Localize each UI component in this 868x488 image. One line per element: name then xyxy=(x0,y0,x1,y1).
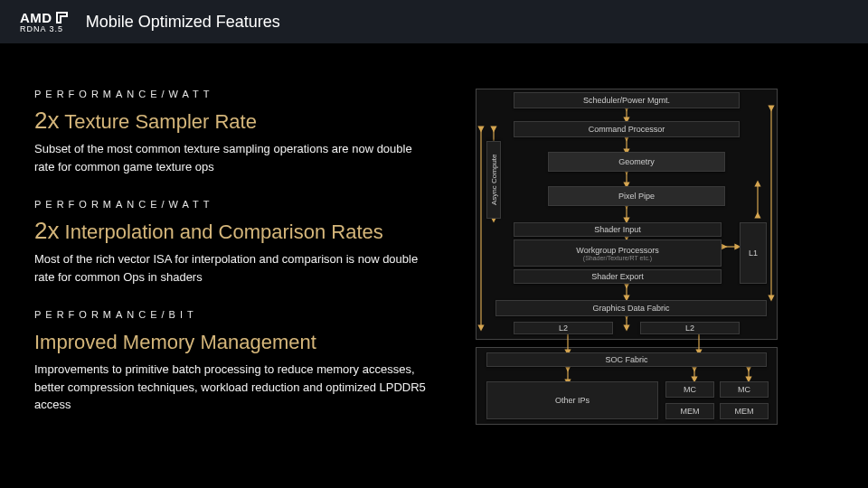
block-workgroup-title: Workgroup Processors xyxy=(576,246,658,255)
feature-texture-sampler: PERFORMANCE/WATT 2x Texture Sampler Rate… xyxy=(34,89,432,175)
page-title: Mobile Optimized Features xyxy=(86,13,280,32)
block-pixel-pipe: Pixel Pipe xyxy=(548,186,725,206)
eyebrow: PERFORMANCE/WATT xyxy=(34,199,432,210)
block-l2-b: L2 xyxy=(640,322,740,334)
feature-body: Subset of the most common texture sampli… xyxy=(34,140,432,175)
block-shader-export: Shader Export xyxy=(514,269,722,284)
block-l1: L1 xyxy=(740,222,767,284)
title-rest: Texture Sampler Rate xyxy=(59,110,256,133)
title-prefix: 2x xyxy=(34,217,59,244)
eyebrow: PERFORMANCE/BIT xyxy=(34,309,432,320)
feature-title: 2x Interpolation and Comparison Rates xyxy=(34,217,432,245)
block-geometry: Geometry xyxy=(548,152,725,172)
block-shader-input: Shader Input xyxy=(514,222,722,237)
title-rest: Interpolation and Comparison Rates xyxy=(59,221,382,243)
amd-arrow-icon xyxy=(56,12,68,23)
feature-body: Most of the rich vector ISA for interpol… xyxy=(34,250,432,286)
logo-top: AMD xyxy=(20,11,68,24)
block-mem-1: MEM xyxy=(665,403,714,419)
feature-title: 2x Texture Sampler Rate xyxy=(34,107,432,135)
feature-body: Improvements to primitive batch processi… xyxy=(34,361,432,414)
block-soc-fabric: SOC Fabric xyxy=(486,352,767,367)
architecture-diagram: Scheduler/Power Mgmt. Command Processor … xyxy=(459,89,794,432)
block-mem-2: MEM xyxy=(720,403,769,419)
feature-memory: PERFORMANCE/BIT Improved Memory Manageme… xyxy=(34,309,432,414)
content: PERFORMANCE/WATT 2x Texture Sampler Rate… xyxy=(0,43,868,437)
block-workgroup: Workgroup Processors (Shader/Texture/RT … xyxy=(514,239,722,267)
block-gfx-fabric: Graphics Data Fabric xyxy=(495,300,767,316)
block-mc-2: MC xyxy=(720,381,769,398)
amd-logo: AMD RDNA 3.5 xyxy=(20,11,68,33)
block-other-ips: Other IPs xyxy=(486,381,658,419)
block-l2-a: L2 xyxy=(514,322,613,334)
feature-interpolation: PERFORMANCE/WATT 2x Interpolation and Co… xyxy=(34,199,432,286)
block-workgroup-sub: (Shader/Texture/RT etc.) xyxy=(583,255,652,261)
logo-amd-text: AMD xyxy=(20,11,52,24)
title-prefix: 2x xyxy=(34,107,59,134)
block-async-compute: Async Compute xyxy=(486,141,501,219)
block-command-processor: Command Processor xyxy=(514,121,740,137)
logo-bottom: RDNA 3.5 xyxy=(20,25,68,33)
features-column: PERFORMANCE/WATT 2x Texture Sampler Rate… xyxy=(34,89,432,437)
feature-title: Improved Memory Management xyxy=(34,327,432,355)
header-bar: AMD RDNA 3.5 Mobile Optimized Features xyxy=(0,0,868,43)
block-mc-1: MC xyxy=(665,381,714,398)
block-scheduler: Scheduler/Power Mgmt. xyxy=(514,92,740,108)
eyebrow: PERFORMANCE/WATT xyxy=(34,89,432,99)
title-rest: Improved Memory Management xyxy=(34,331,316,353)
